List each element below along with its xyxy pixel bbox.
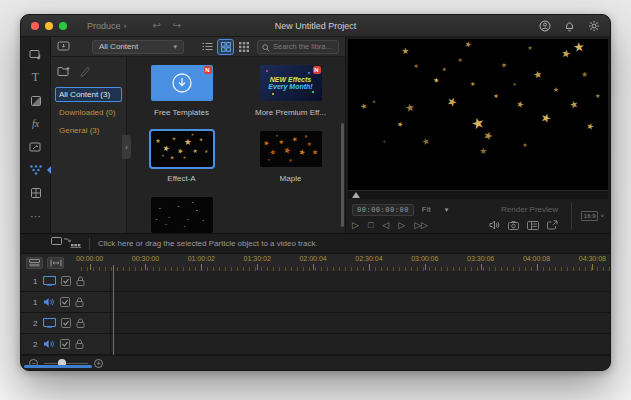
library-scrollbar[interactable] [341, 123, 344, 227]
library-panel: All Content ▾ [51, 37, 346, 233]
track-lane[interactable] [111, 334, 610, 354]
track-enabled-checkbox[interactable] [61, 272, 71, 290]
ruler-timestamp: 04:00:08 [523, 255, 550, 262]
track-lock-button[interactable] [76, 314, 85, 332]
track-enabled-checkbox[interactable] [61, 314, 71, 332]
zoom-to-fit-button[interactable] [47, 257, 64, 269]
zoom-in-button[interactable]: + [94, 359, 103, 368]
fullscreen-button[interactable] [547, 216, 558, 234]
sidebar-item-elements[interactable] [21, 135, 51, 158]
settings-button[interactable] [588, 20, 600, 32]
list-view-button[interactable] [200, 40, 215, 54]
search-icon [262, 38, 270, 56]
sidebar-item-effects[interactable]: fx [21, 112, 51, 135]
category-item[interactable]: Downloaded (0) [55, 105, 122, 120]
ruler-timestamp: 01:00:02 [188, 255, 215, 262]
search-input[interactable] [273, 42, 335, 51]
collapse-panel-button[interactable]: ‹ [122, 135, 131, 159]
volume-button[interactable] [489, 216, 500, 234]
ruler-timestamp: 00:00:00 [76, 255, 103, 262]
aspect-ratio-dropdown[interactable]: 16:9 ˅ [581, 211, 604, 221]
render-preview-button[interactable]: Render Preview [501, 205, 558, 214]
chevron-down-icon: ▾ [173, 43, 177, 51]
effects-grid: N Free Templates N NEW Effects Every Mon… [127, 57, 345, 233]
track-row[interactable]: 2 [21, 334, 610, 355]
next-frame-button[interactable]: ▷ [398, 220, 405, 230]
account-button[interactable] [539, 20, 551, 32]
track-number: 1 [33, 298, 38, 307]
track-lock-button[interactable] [76, 272, 85, 290]
notifications-button[interactable] [564, 20, 575, 32]
chevron-right-icon: › [124, 21, 127, 31]
track-lane[interactable] [111, 313, 610, 333]
ruler-scale[interactable]: 00:00:0000:30:0001:00:0201:30:0202:00:04… [76, 254, 610, 271]
sidebar-item-media[interactable] [21, 43, 51, 66]
undo-button[interactable]: ↩ [153, 20, 161, 31]
ruler-timestamp: 03:30:06 [467, 255, 494, 262]
chevron-down-icon: ▾ [445, 206, 449, 214]
track-row[interactable]: 2 [21, 313, 610, 334]
category-item[interactable]: All Content (3) [55, 87, 122, 102]
effect-card-maple[interactable]: ★★★★★★★★★★★★ Maple [236, 131, 345, 183]
play-button[interactable]: ▷ [352, 220, 359, 230]
close-window-button[interactable] [31, 22, 39, 30]
track-enabled-checkbox[interactable] [60, 293, 70, 311]
track-lane[interactable] [111, 271, 610, 291]
delete-collection-icon[interactable] [78, 63, 90, 81]
redo-button[interactable]: ↪ [173, 20, 181, 31]
library-search[interactable] [257, 40, 339, 54]
download-icon [171, 72, 193, 94]
effect-card-free-templates[interactable]: N Free Templates [127, 65, 236, 117]
partial-thumbnail: ★★★★★★★★★★ [151, 197, 213, 233]
track-lane[interactable] [111, 292, 610, 312]
mark-button[interactable] [527, 216, 539, 234]
timeline-playhead[interactable] [113, 265, 114, 355]
video-track-icon [43, 272, 56, 290]
track-lock-button[interactable] [75, 335, 84, 353]
track-lock-button[interactable] [75, 293, 84, 311]
effect-card-effect-a[interactable]: ★★★★★★★★★★★★ Effect-A [127, 131, 236, 183]
category-list: All Content (3)Downloaded (0)General (3) [51, 57, 127, 233]
traffic-lights [31, 22, 67, 30]
app-window: Produce › ↩ ↪ New Untitled Project T fx [20, 14, 611, 371]
minimize-window-button[interactable] [45, 22, 53, 30]
sidebar-item-titles[interactable]: T [21, 66, 51, 89]
add-to-timeline-icon[interactable] [51, 235, 81, 253]
zoom-window-button[interactable] [59, 22, 67, 30]
sidebar-item-more[interactable]: ··· [21, 204, 51, 227]
sidebar-item-transitions[interactable] [21, 89, 51, 112]
effect-card-more-premium[interactable]: N NEW Effects Every Month! More Premium … [236, 65, 345, 117]
effect-card-partial[interactable]: ★★★★★★★★★★ [127, 197, 236, 233]
zoom-slider[interactable] [44, 363, 88, 364]
collection-dropdown-value: All Content [99, 42, 138, 51]
preview-viewport[interactable]: ★★★★★★★★★★★★★★★★★★★★★★★★★★★★★★★★ [348, 39, 608, 190]
timeline-hint-text[interactable]: Click here or drag the selected Particle… [98, 239, 318, 248]
zoom-level-dropdown[interactable]: Fit ▾ [422, 205, 448, 214]
add-collection-icon[interactable] [57, 63, 70, 81]
collection-dropdown[interactable]: All Content ▾ [92, 40, 184, 54]
sidebar-item-split-screen[interactable] [21, 181, 51, 204]
thumbnail-view-button[interactable] [236, 40, 251, 54]
import-media-icon[interactable] [57, 38, 70, 56]
preview-scrubber[interactable] [348, 190, 608, 199]
divider [89, 238, 90, 250]
chevron-down-icon: ˅ [600, 213, 604, 219]
track-header: 1 [21, 292, 111, 312]
snapshot-button[interactable] [508, 216, 519, 234]
timeline-horizontal-scrollbar[interactable] [24, 365, 92, 368]
stop-button[interactable]: □ [368, 220, 373, 230]
fast-forward-button[interactable]: ▷▷ [414, 220, 428, 230]
grid-view-button[interactable] [218, 40, 233, 54]
track-row[interactable]: 1 [21, 292, 610, 313]
sidebar-item-particles[interactable] [21, 158, 51, 181]
previous-frame-button[interactable]: ◁ [382, 220, 389, 230]
category-item[interactable]: General (3) [55, 123, 122, 138]
track-row[interactable]: 1 [21, 271, 610, 292]
produce-menu[interactable]: Produce › [87, 21, 127, 31]
ruler-timestamp: 00:30:00 [132, 255, 159, 262]
effect-card-label: More Premium Eff... [255, 108, 326, 117]
track-enabled-checkbox[interactable] [60, 335, 70, 353]
manage-tracks-button[interactable] [26, 257, 43, 269]
preview-playhead[interactable] [352, 192, 360, 198]
ruler-timestamp: 02:00:04 [299, 255, 326, 262]
